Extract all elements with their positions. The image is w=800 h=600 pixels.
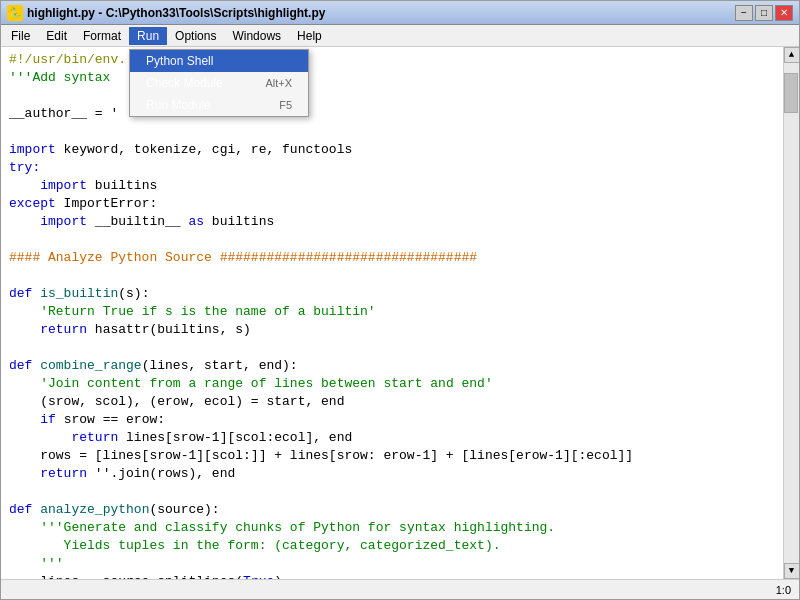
code-line-17	[9, 339, 775, 357]
run-dropdown: Python Shell Check Module Alt+X Run Modu…	[129, 49, 309, 117]
code-line-4: __author__ = '	[9, 105, 775, 123]
code-line-13	[9, 267, 775, 285]
scroll-up-arrow[interactable]: ▲	[784, 47, 800, 63]
code-line-19: 'Join content from a range of lines betw…	[9, 375, 775, 393]
code-line-15: 'Return True if s is the name of a built…	[9, 303, 775, 321]
menu-help[interactable]: Help	[289, 27, 330, 45]
code-editor[interactable]: #!/usr/bin/env... '''Add syntax ion sour…	[1, 47, 783, 579]
dropdown-item-check-module[interactable]: Check Module Alt+X	[130, 72, 308, 94]
run-module-label: Run Module	[146, 98, 211, 112]
scroll-down-arrow[interactable]: ▼	[784, 563, 800, 579]
code-line-29: '''	[9, 555, 775, 573]
code-line-25	[9, 483, 775, 501]
code-line-16: return hasattr(builtins, s)	[9, 321, 775, 339]
menu-format[interactable]: Format	[75, 27, 129, 45]
code-line-30: lines = source.splitlines(True)	[9, 573, 775, 579]
title-bar: 🐍 highlight.py - C:\Python33\Tools\Scrip…	[1, 1, 799, 25]
code-line-12: #### Analyze Python Source #############…	[9, 249, 775, 267]
title-bar-left: 🐍 highlight.py - C:\Python33\Tools\Scrip…	[7, 5, 325, 21]
close-button[interactable]: ✕	[775, 5, 793, 21]
maximize-button[interactable]: □	[755, 5, 773, 21]
menu-bar: File Edit Format Run Python Shell Check …	[1, 25, 799, 47]
code-line-14: def is_builtin(s):	[9, 285, 775, 303]
code-line-1: #!/usr/bin/env...	[9, 51, 775, 69]
window-controls: − □ ✕	[735, 5, 793, 21]
code-line-2: '''Add syntax ion source code'''	[9, 69, 775, 87]
code-line-9: except ImportError:	[9, 195, 775, 213]
python-shell-label: Python Shell	[146, 54, 213, 68]
code-line-26: def analyze_python(source):	[9, 501, 775, 519]
dropdown-item-python-shell[interactable]: Python Shell	[130, 50, 308, 72]
minimize-button[interactable]: −	[735, 5, 753, 21]
scroll-thumb[interactable]	[784, 73, 798, 113]
check-module-shortcut: Alt+X	[265, 77, 292, 89]
main-window: 🐍 highlight.py - C:\Python33\Tools\Scrip…	[0, 0, 800, 600]
code-line-5	[9, 123, 775, 141]
code-line-24: return ''.join(rows), end	[9, 465, 775, 483]
dropdown-item-run-module[interactable]: Run Module F5	[130, 94, 308, 116]
app-icon: 🐍	[7, 5, 23, 21]
vertical-scrollbar[interactable]: ▲ ▼	[783, 47, 799, 579]
check-module-label: Check Module	[146, 76, 223, 90]
menu-edit[interactable]: Edit	[38, 27, 75, 45]
code-line-11	[9, 231, 775, 249]
code-line-8: import builtins	[9, 177, 775, 195]
code-line-22: return lines[srow-1][scol:ecol], end	[9, 429, 775, 447]
code-line-10: import __builtin__ as builtins	[9, 213, 775, 231]
code-line-21: if srow == erow:	[9, 411, 775, 429]
code-line-3	[9, 87, 775, 105]
code-line-23: rows = [lines[srow-1][scol:]] + lines[sr…	[9, 447, 775, 465]
menu-windows[interactable]: Windows	[224, 27, 289, 45]
code-line-6: import keyword, tokenize, cgi, re, funct…	[9, 141, 775, 159]
editor-area: #!/usr/bin/env... '''Add syntax ion sour…	[1, 47, 799, 579]
code-line-18: def combine_range(lines, start, end):	[9, 357, 775, 375]
code-line-20: (srow, scol), (erow, ecol) = start, end	[9, 393, 775, 411]
menu-run[interactable]: Run Python Shell Check Module Alt+X Run …	[129, 27, 167, 45]
scroll-track[interactable]	[784, 63, 799, 563]
status-bar: 1:0	[1, 579, 799, 599]
menu-options[interactable]: Options	[167, 27, 224, 45]
cursor-position: 1:0	[776, 584, 791, 596]
code-line-27: '''Generate and classify chunks of Pytho…	[9, 519, 775, 537]
code-line-7: try:	[9, 159, 775, 177]
window-title: highlight.py - C:\Python33\Tools\Scripts…	[27, 6, 325, 20]
menu-file[interactable]: File	[3, 27, 38, 45]
run-module-shortcut: F5	[279, 99, 292, 111]
code-line-28: Yields tuples in the form: (category, ca…	[9, 537, 775, 555]
